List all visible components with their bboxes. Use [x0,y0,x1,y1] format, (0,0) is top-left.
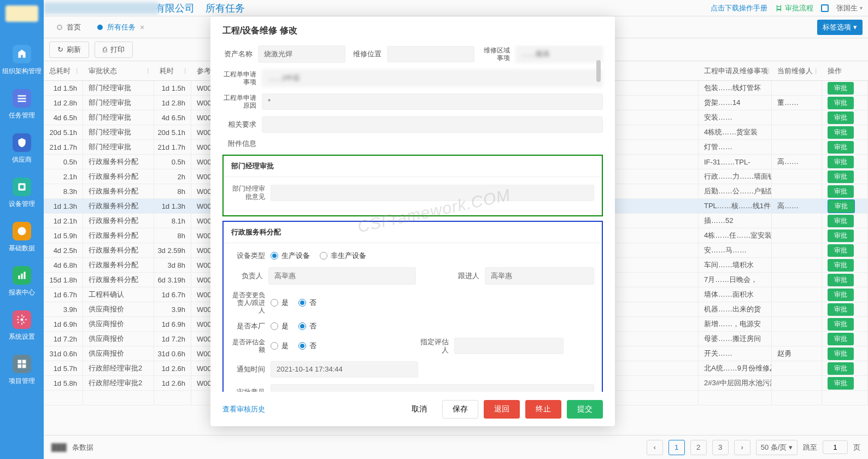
submit-button[interactable]: 提交 [567,400,603,419]
asset-name-label: 资产名称 [222,50,253,58]
radio-local-no[interactable]: 否 [298,321,316,331]
approve-opinion-label: 审批意见 [231,388,265,392]
apply-reason-field[interactable]: * [262,93,603,110]
section-dept-approval: 部门经理审批 部门经理审批意见 [222,155,603,216]
appoint-evaluator-label: 指定评估人 [415,338,449,355]
apply-reason-label: 工程单申请原因 [222,94,256,110]
repair-area-label: 维修区域事项 [480,46,510,62]
return-button[interactable]: 退回 [484,400,520,419]
view-history-link[interactable]: 查看审核历史 [222,404,265,414]
notify-time-label: 通知时间 [231,365,265,374]
modal-title: 工程/设备维修 修改 [210,16,615,45]
follower-label: 跟进人 [448,272,479,280]
mgr-opinion-label: 部门经理审批意见 [231,185,265,201]
repair-area-field[interactable]: ……模具 [515,45,603,63]
related-req-label: 相关要求 [222,120,256,129]
radio-eval-no[interactable]: 否 [298,341,316,351]
change-owner-label: 是否变更负责人/跟进人 [231,291,265,315]
modal-scrollbar[interactable] [596,60,601,82]
radio-change-no[interactable]: 否 [298,298,316,308]
approve-opinion-field[interactable] [271,384,594,392]
repair-pos-field[interactable] [387,46,474,62]
radio-nonproduction[interactable]: 非生产设备 [320,251,366,261]
radio-production[interactable]: 生产设备 [271,251,310,261]
is-eval-label: 是否评估金额 [231,338,265,354]
related-req-field[interactable] [262,116,603,133]
edit-modal: 工程/设备维修 修改 资产名称 烧激光焊 维修位置 维修区域事项 ……模具 工程… [210,16,615,426]
radio-local-yes[interactable]: 是 [271,321,289,331]
is-local-label: 是否本厂 [231,322,265,331]
apply-item-label: 工程单申请事项 [222,70,256,86]
mgr-opinion-field[interactable] [271,185,594,201]
asset-name-field[interactable]: 烧激光焊 [258,45,345,63]
cancel-button[interactable]: 取消 [402,401,437,418]
terminate-button[interactable]: 终止 [525,400,561,419]
owner-field[interactable]: 高举惠 [268,267,416,285]
section-admin-assign: 行政服务科分配 设备类型 生产设备 非生产设备 负责人 高举惠 跟进人 高举惠 [222,221,603,392]
radio-eval-yes[interactable]: 是 [271,341,289,351]
modal-body: 资产名称 烧激光焊 维修位置 维修区域事项 ……模具 工程单申请事项 ……2中应… [210,45,615,392]
modal-footer: 查看审核历史 取消 保存 退回 终止 提交 [210,392,615,426]
section2-title: 行政服务科分配 [224,222,602,243]
follower-field[interactable]: 高举惠 [485,267,594,285]
apply-item-field[interactable]: ……2中应 [262,69,603,87]
notify-time-field[interactable]: 2021-10-14 17:34:44 [271,361,418,378]
device-type-label: 设备类型 [231,251,265,260]
radio-change-yes[interactable]: 是 [271,298,289,308]
appoint-evaluator-field[interactable] [454,338,564,354]
owner-label: 负责人 [231,272,263,280]
attach-label: 附件信息 [222,139,256,148]
repair-pos-label: 维修位置 [351,50,381,58]
section1-title: 部门经理审批 [224,156,602,177]
save-button[interactable]: 保存 [442,400,478,419]
